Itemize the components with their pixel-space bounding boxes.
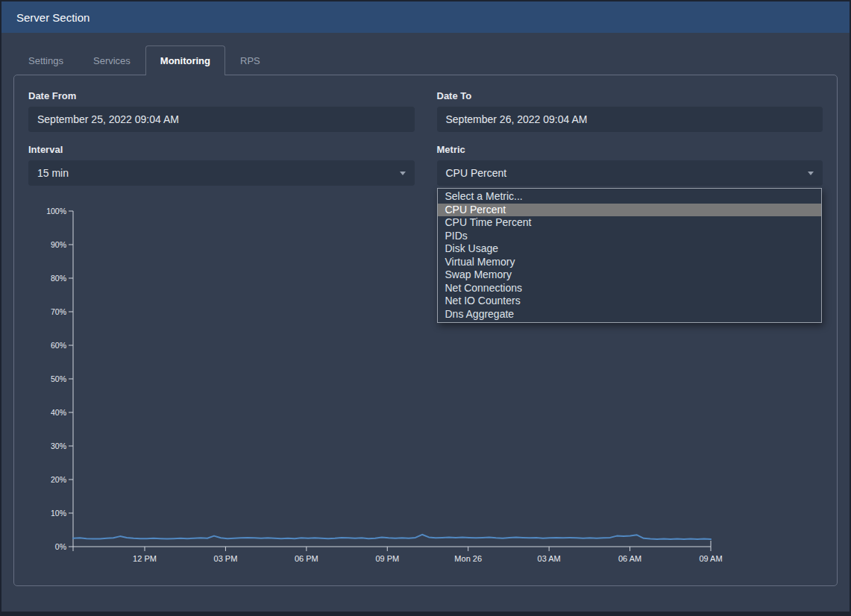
x-axis-tick-label: 06 PM [295, 554, 318, 563]
y-axis-tick-label: 20% [51, 475, 66, 484]
chevron-down-icon [400, 172, 406, 175]
x-axis-tick-label: 03 PM [214, 554, 238, 563]
metric-option[interactable]: Net Connections [438, 282, 822, 295]
y-axis-tick-label: 0% [55, 542, 66, 551]
y-axis-tick-label: 40% [51, 408, 66, 417]
date-to-input[interactable]: September 26, 2022 09:04 AM [437, 107, 823, 132]
metric-dropdown-list: Select a Metric...CPU PercentCPU Time Pe… [437, 188, 823, 323]
tab-bar: Settings Services Monitoring RPS [13, 45, 838, 75]
metric-select[interactable]: CPU Percent [437, 160, 823, 186]
date-to-value: September 26, 2022 09:04 AM [446, 113, 588, 125]
header: Server Section [1, 1, 850, 33]
y-axis-tick-label: 100% [46, 207, 66, 216]
metric-option[interactable]: Select a Metric... [438, 190, 822, 204]
y-axis-tick-label: 50% [51, 374, 66, 383]
metric-label: Metric [437, 144, 823, 155]
date-from-field: Date From September 25, 2022 09:04 AM [28, 90, 415, 132]
date-to-field: Date To September 26, 2022 09:04 AM [437, 90, 823, 132]
monitoring-panel: Date From September 25, 2022 09:04 AM Da… [13, 75, 838, 586]
tab-settings[interactable]: Settings [13, 45, 78, 75]
x-axis-tick-label: 06 AM [618, 554, 641, 563]
metric-option[interactable]: Disk Usage [438, 242, 822, 256]
x-axis-tick-label: 03 AM [538, 554, 561, 563]
y-axis-tick-label: 30% [51, 441, 66, 450]
chevron-down-icon [808, 172, 814, 175]
date-from-label: Date From [28, 90, 415, 101]
metric-option[interactable]: Swap Memory [438, 268, 822, 282]
page-title: Server Section [16, 11, 90, 24]
filter-form: Date From September 25, 2022 09:04 AM Da… [28, 90, 823, 186]
y-axis-tick-label: 90% [51, 240, 66, 249]
metric-option[interactable]: CPU Time Percent [438, 216, 822, 230]
y-axis-tick-label: 70% [51, 307, 66, 316]
interval-value: 15 min [37, 167, 69, 179]
metric-option[interactable]: CPU Percent [438, 204, 822, 217]
y-axis-tick-label: 10% [51, 509, 66, 518]
date-from-value: September 25, 2022 09:04 AM [37, 113, 179, 125]
tab-monitoring[interactable]: Monitoring [145, 45, 225, 75]
metric-field: Metric CPU Percent Select a Metric...CPU… [437, 144, 823, 186]
app-window: Server Section Settings Services Monitor… [1, 1, 850, 612]
date-to-label: Date To [437, 90, 823, 101]
x-axis-tick-label: 12 PM [133, 554, 157, 563]
cpu-percent-line-series [73, 535, 711, 539]
interval-field: Interval 15 min [28, 144, 415, 186]
metric-option[interactable]: PIDs [438, 230, 822, 243]
metric-value: CPU Percent [446, 167, 507, 179]
y-axis-tick-label: 80% [51, 274, 66, 283]
metric-option[interactable]: Net IO Counters [438, 295, 822, 308]
x-axis-tick-label: 09 AM [699, 554, 722, 563]
x-axis-tick-label: Mon 26 [454, 554, 482, 563]
y-axis-tick-label: 60% [51, 341, 66, 350]
tab-services[interactable]: Services [78, 45, 145, 75]
interval-select[interactable]: 15 min [28, 160, 415, 186]
interval-label: Interval [28, 144, 415, 155]
tab-rps[interactable]: RPS [225, 45, 275, 75]
date-from-input[interactable]: September 25, 2022 09:04 AM [28, 107, 415, 132]
x-axis-tick-label: 09 PM [375, 554, 399, 563]
metric-option[interactable]: Dns Aggregate [438, 308, 822, 321]
metric-option[interactable]: Virtual Memory [438, 256, 822, 269]
